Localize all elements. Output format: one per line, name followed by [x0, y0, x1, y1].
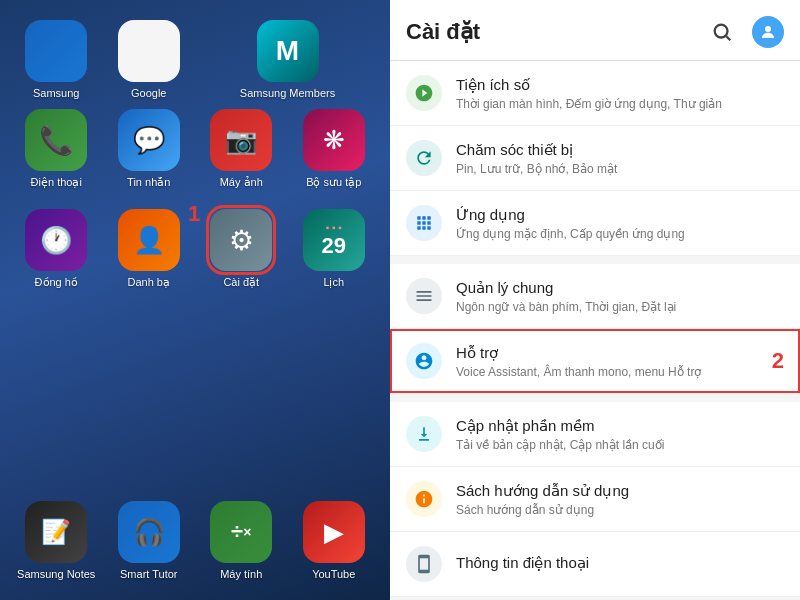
- app-phone[interactable]: 📞 Điện thoại: [15, 109, 98, 189]
- capnhat-icon: [406, 416, 442, 452]
- app-gallery-label: Bộ sưu tập: [306, 176, 361, 189]
- capnhat-text: Cập nhật phần mềm Tải về bản cập nhật, C…: [456, 417, 784, 452]
- app-tutor-label: Smart Tutor: [120, 568, 177, 580]
- settings-item-tienichso[interactable]: Tiện ích số Thời gian màn hình, Đếm giờ …: [390, 61, 800, 126]
- svg-point-0: [715, 25, 728, 38]
- app-samsung[interactable]: Samsung: [15, 20, 98, 99]
- app-notes[interactable]: 📝 Samsung Notes: [15, 501, 98, 580]
- app-clock[interactable]: 🕐 Đồng hồ: [15, 209, 98, 289]
- settings-item-quanlychung[interactable]: Quản lý chung Ngôn ngữ và bàn phím, Thời…: [390, 264, 800, 329]
- quanlychung-text: Quản lý chung Ngôn ngữ và bàn phím, Thời…: [456, 279, 784, 314]
- app-gallery[interactable]: ❋ Bộ sưu tập: [293, 109, 376, 189]
- ungdung-text: Ứng dụng Ứng dụng mặc định, Cấp quyền ứn…: [456, 206, 784, 241]
- thongtin-text: Thông tin điện thoại: [456, 554, 784, 575]
- sachhuong-name: Sách hướng dẫn sử dụng: [456, 482, 784, 500]
- tienichso-desc: Thời gian màn hình, Đếm giờ ứng dụng, Th…: [456, 97, 784, 111]
- settings-highlight: [206, 205, 276, 275]
- thongtin-name: Thông tin điện thoại: [456, 554, 784, 572]
- app-grid-row3: 🕐 Đồng hồ 👤 Danh bạ ⚙ 1 Cài đặt ▪ ▪ ▪ 29…: [15, 209, 375, 289]
- app-notes-label: Samsung Notes: [17, 568, 95, 580]
- svg-line-1: [726, 36, 730, 40]
- thongtin-icon: [406, 546, 442, 582]
- hotro-desc: Voice Assistant, Âm thanh mono, menu Hỗ …: [456, 365, 784, 379]
- app-calendar[interactable]: ▪ ▪ ▪ 29 Lịch: [293, 209, 376, 289]
- app-tutor[interactable]: 🎧 Smart Tutor: [108, 501, 191, 580]
- quanlychung-desc: Ngôn ngữ và bàn phím, Thời gian, Đặt lại: [456, 300, 784, 314]
- app-messages[interactable]: 💬 Tin nhắn: [108, 109, 191, 189]
- app-google[interactable]: Google: [108, 20, 191, 99]
- app-members-label: Samsung Members: [240, 87, 335, 99]
- ungdung-icon: [406, 205, 442, 241]
- header-icons: [708, 16, 784, 48]
- tienichso-icon: [406, 75, 442, 111]
- app-calendar-label: Lịch: [323, 276, 344, 289]
- sachhuong-icon: [406, 481, 442, 517]
- app-phone-label: Điện thoại: [31, 176, 82, 189]
- app-youtube-label: YouTube: [312, 568, 355, 580]
- app-contacts-label: Danh bạ: [128, 276, 170, 289]
- svg-point-2: [765, 26, 771, 32]
- user-avatar[interactable]: [752, 16, 784, 48]
- tienichso-name: Tiện ích số: [456, 76, 784, 94]
- chamsoc-desc: Pin, Lưu trữ, Bộ nhớ, Bảo mật: [456, 162, 784, 176]
- settings-item-ungdung[interactable]: Ứng dụng Ứng dụng mặc định, Cấp quyền ứn…: [390, 191, 800, 256]
- app-grid-top: Samsung Google M Samsung Members: [15, 20, 375, 99]
- hotro-text: Hỗ trợ Voice Assistant, Âm thanh mono, m…: [456, 344, 784, 379]
- settings-item-thongtin[interactable]: Thông tin điện thoại: [390, 532, 800, 597]
- settings-item-sachhuong[interactable]: Sách hướng dẫn sử dụng Sách hướng dẫn sử…: [390, 467, 800, 532]
- app-settings[interactable]: ⚙ 1 Cài đặt: [200, 209, 283, 289]
- app-samsung-label: Samsung: [33, 87, 79, 99]
- settings-item-hotro[interactable]: Hỗ trợ Voice Assistant, Âm thanh mono, m…: [390, 329, 800, 394]
- quanlychung-icon: [406, 278, 442, 314]
- ungdung-name: Ứng dụng: [456, 206, 784, 224]
- settings-title: Cài đặt: [406, 19, 480, 45]
- tienichso-text: Tiện ích số Thời gian màn hình, Đếm giờ …: [456, 76, 784, 111]
- app-camera-label: Máy ảnh: [220, 176, 263, 189]
- chamsoc-icon: [406, 140, 442, 176]
- settings-list: Tiện ích số Thời gian màn hình, Đếm giờ …: [390, 61, 800, 600]
- settings-header: Cài đặt: [390, 0, 800, 61]
- app-members[interactable]: M Samsung Members: [200, 20, 375, 99]
- step1-badge: 1: [188, 201, 200, 227]
- home-screen: Samsung Google M Samsung Members 📞 Điện …: [0, 0, 390, 600]
- app-messages-label: Tin nhắn: [127, 176, 170, 189]
- app-clock-label: Đồng hồ: [35, 276, 78, 289]
- app-google-label: Google: [131, 87, 166, 99]
- app-calculator-label: Máy tính: [220, 568, 262, 580]
- settings-item-chamsoc[interactable]: Chăm sóc thiết bị Pin, Lưu trữ, Bộ nhớ, …: [390, 126, 800, 191]
- ungdung-desc: Ứng dụng mặc định, Cấp quyền ứng dụng: [456, 227, 784, 241]
- capnhat-name: Cập nhật phần mềm: [456, 417, 784, 435]
- sachhuong-desc: Sách hướng dẫn sử dụng: [456, 503, 784, 517]
- hotro-icon: [406, 343, 442, 379]
- app-grid-row2: 📞 Điện thoại 💬 Tin nhắn 📷 Máy ảnh ❋ Bộ s…: [15, 109, 375, 189]
- app-contacts[interactable]: 👤 Danh bạ: [108, 209, 191, 289]
- app-youtube[interactable]: ▶ YouTube: [293, 501, 376, 580]
- step2-badge: 2: [772, 348, 784, 374]
- quanlychung-name: Quản lý chung: [456, 279, 784, 297]
- sachhuong-text: Sách hướng dẫn sử dụng Sách hướng dẫn sử…: [456, 482, 784, 517]
- chamsoc-name: Chăm sóc thiết bị: [456, 141, 784, 159]
- app-calculator[interactable]: ÷× Máy tính: [200, 501, 283, 580]
- settings-screen: Cài đặt: [390, 0, 800, 600]
- settings-item-capnhat[interactable]: Cập nhật phần mềm Tải về bản cập nhật, C…: [390, 402, 800, 467]
- app-settings-label: Cài đặt: [223, 276, 259, 289]
- app-grid-bottom: 📝 Samsung Notes 🎧 Smart Tutor ÷× Máy tín…: [15, 491, 375, 580]
- app-camera[interactable]: 📷 Máy ảnh: [200, 109, 283, 189]
- search-icon[interactable]: [708, 18, 736, 46]
- capnhat-desc: Tải về bản cập nhật, Cập nhật lần cuối: [456, 438, 784, 452]
- chamsoc-text: Chăm sóc thiết bị Pin, Lưu trữ, Bộ nhớ, …: [456, 141, 784, 176]
- hotro-name: Hỗ trợ: [456, 344, 784, 362]
